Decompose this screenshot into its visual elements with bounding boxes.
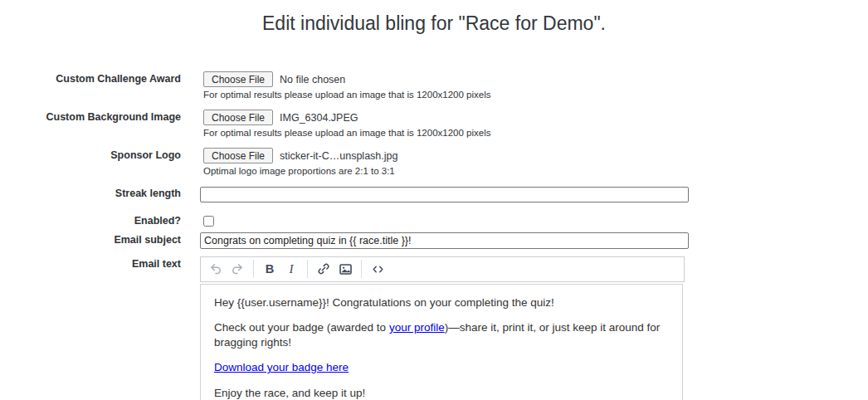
choose-file-button[interactable]: Choose File	[203, 71, 273, 87]
custom-background-image-file-input[interactable]: Choose File IMG_6304.JPEG	[203, 110, 868, 125]
choose-file-button[interactable]: Choose File	[203, 110, 273, 125]
email-text-field: B I	[200, 256, 868, 400]
form-row-enabled: Enabled?	[0, 213, 868, 230]
email-text-label: Email text	[0, 256, 181, 272]
edit-bling-page: Edit individual bling for "Race for Demo…	[0, 12, 868, 400]
undo-icon	[209, 262, 222, 276]
enabled-label: Enabled?	[0, 213, 181, 229]
form-row-custom-challenge-award: Custom Challenge Award Choose File No fi…	[0, 71, 868, 100]
custom-background-image-field: Choose File IMG_6304.JPEG For optimal re…	[200, 110, 868, 138]
email-badge-paragraph: Check out your badge (awarded to your pr…	[214, 320, 669, 349]
help-text: For optimal results please upload an ima…	[203, 128, 868, 138]
sponsor-logo-field: Choose File sticker-it-C…unsplash.jpg Op…	[200, 148, 868, 176]
your-profile-link[interactable]: your profile	[389, 321, 445, 334]
email-download-paragraph: Download your badge here	[214, 360, 669, 375]
bold-button[interactable]: B	[259, 259, 280, 280]
undo-button[interactable]	[205, 259, 227, 280]
file-name-text: sticker-it-C…unsplash.jpg	[280, 150, 397, 162]
badge-text-before: Check out your badge (awarded to	[214, 321, 389, 334]
image-button[interactable]	[334, 259, 356, 280]
page-title: Edit individual bling for "Race for Demo…	[0, 12, 868, 35]
italic-button[interactable]: I	[280, 259, 302, 280]
link-icon	[317, 262, 330, 276]
code-view-button[interactable]	[367, 259, 388, 280]
custom-challenge-award-file-input[interactable]: Choose File No file chosen	[203, 71, 868, 87]
streak-length-input[interactable]	[200, 187, 689, 202]
help-text: For optimal results please upload an ima…	[203, 90, 868, 100]
code-icon	[371, 262, 385, 276]
choose-file-button[interactable]: Choose File	[203, 148, 273, 163]
form-row-email-text: Email text	[0, 256, 868, 400]
sponsor-logo-file-input[interactable]: Choose File sticker-it-C…unsplash.jpg	[203, 148, 868, 163]
file-name-text: IMG_6304.JPEG	[280, 112, 358, 124]
redo-icon	[231, 262, 244, 276]
streak-length-label: Streak length	[0, 186, 181, 202]
bling-form: Custom Challenge Award Choose File No fi…	[0, 71, 868, 400]
file-name-text: No file chosen	[280, 74, 345, 85]
email-subject-field	[200, 232, 868, 249]
enabled-checkbox[interactable]	[203, 216, 214, 227]
link-button[interactable]	[313, 259, 334, 280]
help-text: Optimal logo image proportions are 2:1 t…	[203, 166, 868, 176]
email-subject-label: Email subject	[0, 232, 181, 248]
email-subject-input[interactable]	[200, 232, 689, 249]
toolbar-divider	[253, 260, 254, 278]
sponsor-logo-label: Sponsor Logo	[0, 148, 181, 163]
download-badge-link[interactable]: Download your badge here	[214, 361, 349, 373]
form-row-streak-length: Streak length	[0, 186, 868, 202]
custom-challenge-award-label: Custom Challenge Award	[0, 71, 181, 87]
editor-toolbar: B I	[200, 256, 685, 282]
image-icon	[339, 262, 353, 276]
toolbar-divider	[307, 260, 308, 278]
form-row-custom-background-image: Custom Background Image Choose File IMG_…	[0, 110, 868, 138]
email-greeting-text: Hey {{user.username}}! Congratulations o…	[214, 295, 669, 310]
editor-content-area[interactable]: Hey {{user.username}}! Congratulations o…	[200, 284, 683, 400]
custom-challenge-award-field: Choose File No file chosen For optimal r…	[200, 71, 868, 100]
enabled-field	[200, 213, 868, 230]
email-text-editor: B I	[200, 256, 685, 400]
streak-length-field	[200, 186, 868, 202]
custom-background-image-label: Custom Background Image	[0, 110, 181, 125]
email-closing-text: Enjoy the race, and keep it up!	[214, 386, 669, 400]
redo-button[interactable]	[227, 259, 248, 280]
form-row-email-subject: Email subject	[0, 232, 868, 249]
form-row-sponsor-logo: Sponsor Logo Choose File sticker-it-C…un…	[0, 148, 868, 176]
toolbar-divider	[361, 260, 362, 278]
